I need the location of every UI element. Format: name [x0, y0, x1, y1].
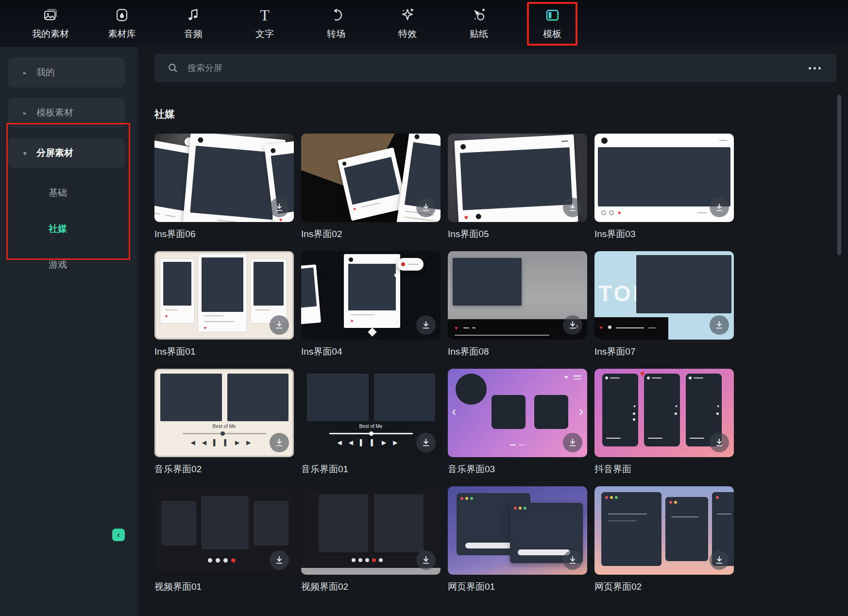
thumb-art [208, 558, 212, 563]
download-button[interactable] [710, 315, 729, 335]
template-thumbnail[interactable]: ♥ ♥ [154, 251, 294, 340]
template-thumbnail[interactable]: ♥ [301, 251, 441, 340]
heart-icon: ♥ [464, 214, 468, 221]
chevron-down-icon: ▾ [23, 150, 29, 157]
template-thumbnail[interactable]: Best of Me ◀◀▌▌▶▶ [154, 369, 294, 457]
download-button[interactable] [563, 198, 582, 217]
sidebar-item-games[interactable]: 游戏 [0, 247, 138, 283]
sidebar-item-social-selected[interactable]: 社媒 [0, 211, 138, 247]
sidebar: ▸ 我的 ▸ 模板素材 ▾ 分屏素材 基础 社媒 游戏 ‹ [0, 47, 138, 616]
sidebar-item-basic[interactable]: 基础 [0, 175, 138, 211]
search-input[interactable] [187, 63, 798, 74]
download-button[interactable] [710, 198, 729, 217]
pause-icon[interactable]: ▌▌ [360, 439, 382, 446]
download-button[interactable] [416, 198, 436, 217]
chevron-right-icon[interactable]: › [579, 405, 583, 418]
download-button[interactable] [416, 433, 436, 452]
fast-forward-icon[interactable]: ▶▶ [235, 439, 257, 446]
template-title: 音乐界面03 [448, 463, 587, 476]
thumb-art [374, 494, 424, 552]
rewind-icon[interactable]: ◀◀ [191, 439, 213, 446]
thumb-art [716, 412, 719, 415]
thumb-art [301, 264, 321, 325]
template-thumbnail[interactable]: ♥ [448, 134, 587, 222]
template-title: 视频界面01 [154, 581, 294, 593]
template-thumbnail[interactable]: ♥ ‹ › [448, 369, 587, 457]
fast-forward-icon[interactable]: ▶▶ [382, 439, 404, 446]
thumb-art [534, 395, 568, 429]
download-button[interactable] [416, 315, 436, 335]
tab-stock-library[interactable]: 素材库 [99, 2, 145, 46]
download-icon [567, 202, 578, 213]
thumb-art [606, 438, 621, 439]
template-card: ♥ ♥ ♥ [594, 369, 734, 476]
template-thumbnail[interactable]: ♥ [301, 134, 441, 222]
thumb-art [518, 549, 570, 555]
thumb-art [154, 211, 160, 215]
tab-effects[interactable]: 特效 [384, 2, 431, 46]
download-icon [421, 555, 431, 565]
thumb-art [456, 374, 487, 405]
template-card: 网页界面02 [594, 486, 734, 593]
download-button[interactable] [710, 550, 729, 570]
template-thumbnail[interactable]: ♥ ♥ ♥ [154, 134, 294, 222]
download-button[interactable] [416, 550, 436, 570]
download-button[interactable] [563, 433, 582, 452]
download-icon [567, 437, 578, 448]
template-thumbnail[interactable]: ♥ ∧ [448, 251, 587, 340]
chevron-left-icon[interactable]: ‹ [452, 405, 456, 418]
tab-templates-selected[interactable]: 模板 [527, 2, 577, 46]
download-button[interactable] [710, 433, 729, 452]
template-title: Ins界面07 [594, 345, 734, 358]
tab-audio[interactable]: 音频 [170, 2, 217, 46]
sidebar-subitem-label: 游戏 [49, 258, 67, 271]
rewind-icon[interactable]: ◀◀ [338, 439, 360, 446]
download-button[interactable] [563, 550, 582, 570]
template-thumbnail[interactable] [301, 486, 441, 575]
tab-stickers[interactable]: 贴纸 [456, 2, 502, 46]
download-button[interactable] [270, 550, 289, 570]
thumb-art [492, 395, 526, 429]
sidebar-item-splitscreen-assets[interactable]: ▾ 分屏素材 [8, 138, 125, 168]
thumb-art [369, 431, 373, 436]
thumb-art [165, 309, 178, 310]
thumb-art [610, 377, 620, 378]
thumb-art [601, 210, 606, 215]
template-thumbnail[interactable] [594, 486, 734, 575]
template-thumbnail[interactable]: TODAY ♥ [594, 251, 734, 340]
template-thumbnail[interactable]: ♥ ♥ ♥ [594, 369, 734, 457]
template-thumbnail[interactable]: ♥ [594, 134, 734, 222]
tab-transition[interactable]: 转场 [313, 2, 359, 46]
template-thumbnail[interactable] [448, 486, 587, 575]
thumb-art: ♥ [454, 135, 578, 222]
more-dots-icon[interactable] [806, 64, 824, 72]
download-button[interactable] [270, 198, 289, 217]
download-button[interactable] [270, 433, 289, 452]
template-thumbnail[interactable]: Best of Me ◀◀▌▌▶▶ [301, 369, 441, 457]
tab-text[interactable]: T 文字 [241, 2, 288, 46]
thumb-art [601, 492, 661, 566]
sidebar-item-mine[interactable]: ▸ 我的 [8, 57, 125, 87]
scrollbar-thumb[interactable] [837, 95, 841, 255]
download-button[interactable] [563, 315, 582, 335]
heart-icon: ♥ [675, 405, 678, 409]
sidebar-subitem-label: 基础 [49, 187, 67, 199]
tab-my-media[interactable]: 我的素材 [27, 2, 74, 46]
thumb-art [251, 259, 287, 323]
sidebar-item-template-assets[interactable]: ▸ 模板素材 [8, 98, 125, 128]
pause-icon[interactable]: ▌▌ [213, 439, 235, 446]
thumb-art [610, 496, 613, 499]
template-card: ♥ ∧ Ins界面08 [448, 251, 587, 358]
thumb-art [301, 568, 441, 575]
thumb-art [204, 321, 234, 322]
template-title: 音乐界面01 [301, 463, 441, 476]
search-icon [167, 62, 179, 74]
thumb-art [397, 258, 424, 271]
template-thumbnail[interactable] [154, 486, 294, 575]
sidebar-collapse-button[interactable]: ‹ [112, 529, 125, 541]
download-icon [714, 202, 725, 213]
heart-icon: ♥ [351, 319, 353, 324]
template-card: ♥ ♥ Ins界面01 [154, 251, 294, 358]
download-button[interactable] [270, 315, 289, 335]
template-title: 网页界面01 [448, 581, 587, 593]
